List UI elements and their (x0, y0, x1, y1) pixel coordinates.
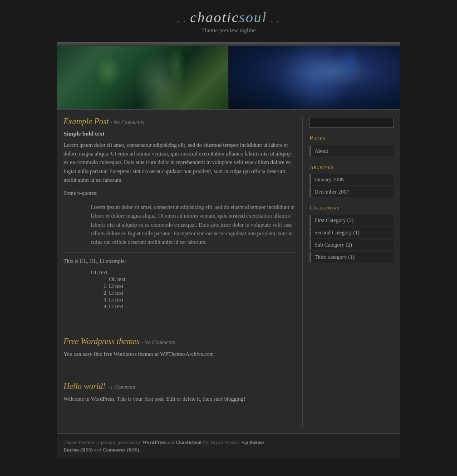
sidebar-category-third: Third category (1) (310, 252, 393, 262)
site-title: . . chaoticsoul . . (0, 9, 457, 26)
sidebar-archives-list: January 2008 December 2007 (310, 174, 393, 197)
post-comments-example: No Comments (113, 119, 144, 126)
sidebar-archive-dec2007: December 2007 (310, 186, 393, 197)
sidebar-category-first-link[interactable]: First Category (2) (314, 217, 354, 223)
meta-separator-1: · (111, 119, 112, 126)
li-item-4: Li text (109, 303, 295, 310)
sidebar-page-about-link[interactable]: About (314, 148, 328, 154)
hr-divider (64, 252, 295, 253)
footer-text4: and (93, 447, 102, 452)
ul-intro: This is UL, OL, LI example: (64, 257, 295, 266)
ol-text: OL text (109, 276, 295, 283)
banner (57, 46, 400, 109)
ol-container: OL text Li text Li text Li text Li text (100, 276, 295, 310)
post-title-link-example[interactable]: Example Post (64, 117, 108, 126)
post-body-free: You can easy find free Wordpress themes … (64, 350, 295, 359)
sidebar-archives-heading: Archives (310, 163, 393, 170)
title-chaotic: chaotic (190, 9, 239, 25)
post-title-free-themes: Free Wordpress themes · No Comments (64, 337, 295, 346)
main-content: Example Post · No Comments Simple bold t… (64, 117, 303, 427)
sidebar-archive-dec2007-link[interactable]: December 2007 (314, 189, 349, 195)
post-meta-free: · No Comments (142, 339, 175, 345)
sidebar-pages-heading: Pages (310, 135, 393, 142)
sidebar-category-first: First Category (2) (310, 215, 393, 226)
footer-chaoticsoul-link[interactable]: ChaoticSoul (176, 439, 201, 445)
sidebar-category-third-link[interactable]: Third category (1) (314, 254, 354, 260)
post-free-themes: Free Wordpress themes · No Comments You … (64, 337, 295, 368)
post-bold-example: Simple bold text (64, 130, 295, 137)
sidebar-archive-jan2008-link[interactable]: January 2008 (314, 176, 344, 183)
banner-image-left (57, 46, 228, 109)
banner-image-right (229, 46, 401, 109)
title-dots-left: . . (177, 14, 190, 24)
post-body-example: Lorem ipsum dolor sit amet, consectetur … (64, 141, 295, 185)
footer: Theme Preview is proudly powered by Word… (57, 433, 400, 459)
footer-text1: Theme Preview is proudly powered by (64, 439, 143, 445)
li-item-3: Li text (109, 296, 295, 303)
sidebar-categories-section: Categories First Category (2) Second Cat… (310, 204, 393, 262)
blockquote-example: Lorem ipsum dolor sit amet, consectetur … (91, 203, 295, 247)
footer-text5: . (139, 447, 141, 452)
sidebar-category-sub: Sub Category (2) (310, 239, 393, 250)
li-item-1: Li text (109, 283, 295, 290)
sidebar-category-sub-link[interactable]: Sub Category (2) (314, 242, 352, 248)
footer-text2: and (166, 439, 175, 445)
title-dots-right: . . (267, 14, 280, 24)
sidebar: Pages About Archives January 2008 Decemb… (303, 117, 393, 427)
meta-separator-3: · (108, 384, 109, 390)
post-title-link-hello[interactable]: Hello world! (64, 382, 106, 391)
sidebar-pages-section: Pages About (310, 135, 393, 156)
search-input[interactable] (310, 117, 393, 128)
post-body-hello: Welcome to WordPress. This is your first… (64, 395, 295, 403)
post-comments-hello: 1 Comment (110, 384, 135, 390)
post-meta-hello: · 1 Comment (108, 384, 135, 390)
ul-example: UL text OL text Li text Li text Li text … (91, 269, 295, 310)
footer-text3: (by Bryan Veloso). (201, 439, 242, 445)
sidebar-archives-section: Archives January 2008 December 2007 (310, 163, 393, 197)
sidebar-category-second-link[interactable]: Second Category (1) (314, 229, 359, 236)
footer-entries-rss-link[interactable]: Entries (RSS) (64, 447, 93, 452)
sidebar-category-second: Second Category (1) (310, 227, 393, 238)
post-hello-world: Hello world! · 1 Comment Welcome to Word… (64, 382, 295, 413)
post-title-example: Example Post · No Comments (64, 117, 295, 126)
header: . . chaoticsoul . . Theme preview taglin… (0, 0, 457, 39)
post-meta-example: · No Comments (111, 119, 144, 126)
bquote-intro: Some b-quotes: (64, 189, 295, 198)
main-wrapper: Example Post · No Comments Simple bold t… (57, 109, 400, 433)
title-soul: soul (239, 9, 267, 25)
post-example: Example Post · No Comments Simple bold t… (64, 117, 295, 323)
nav-bar (57, 42, 400, 46)
meta-separator-2: · (142, 339, 143, 345)
footer-wordpress-link[interactable]: WordPress (143, 439, 166, 445)
sidebar-categories-heading: Categories (310, 204, 393, 211)
sidebar-pages-list: About (310, 146, 393, 156)
post-title-hello: Hello world! · 1 Comment (64, 382, 295, 391)
li-item-2: Li text (109, 290, 295, 296)
ul-text: UL text (91, 269, 295, 276)
post-title-link-free[interactable]: Free Wordpress themes (64, 337, 139, 346)
sidebar-page-about: About (310, 146, 393, 156)
footer-wpthemes-link[interactable]: wp themes (242, 439, 265, 445)
sidebar-archive-jan2008: January 2008 (310, 174, 393, 185)
post-comments-free: No Comments (144, 339, 175, 345)
footer-comments-rss-link[interactable]: Comments (RSS) (103, 447, 139, 452)
li-list: Li text Li text Li text Li text (109, 283, 295, 310)
tagline: Theme preview tagline (0, 27, 457, 34)
sidebar-categories-list: First Category (2) Second Category (1) S… (310, 215, 393, 262)
